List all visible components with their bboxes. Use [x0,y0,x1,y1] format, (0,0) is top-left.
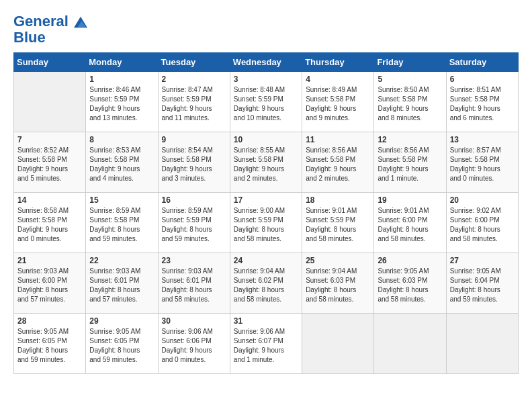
day-info: Sunrise: 8:56 AM Sunset: 5:58 PM Dayligh… [378,146,442,183]
calendar-cell: 20Sunrise: 9:02 AM Sunset: 6:00 PM Dayli… [446,193,518,253]
day-info: Sunrise: 8:53 AM Sunset: 5:58 PM Dayligh… [89,146,154,183]
calendar-cell [446,314,518,374]
calendar-cell: 19Sunrise: 9:01 AM Sunset: 6:00 PM Dayli… [374,193,446,253]
week-row-1: 1Sunrise: 8:46 AM Sunset: 5:59 PM Daylig… [14,72,519,132]
day-number: 13 [450,135,515,144]
day-number: 1 [89,75,154,84]
page-header: General Blue [13,13,519,46]
week-row-5: 28Sunrise: 9:05 AM Sunset: 6:05 PM Dayli… [14,314,519,374]
calendar-cell: 6Sunrise: 8:51 AM Sunset: 5:58 PM Daylig… [446,72,518,132]
weekday-header-saturday: Saturday [446,53,518,72]
day-number: 20 [450,195,515,205]
calendar-cell: 11Sunrise: 8:56 AM Sunset: 5:58 PM Dayli… [302,132,374,193]
day-number: 21 [17,256,82,265]
calendar-cell: 21Sunrise: 9:03 AM Sunset: 6:00 PM Dayli… [14,253,86,314]
calendar-cell: 5Sunrise: 8:50 AM Sunset: 5:58 PM Daylig… [374,72,446,132]
calendar-cell: 17Sunrise: 9:00 AM Sunset: 5:59 PM Dayli… [230,193,302,253]
calendar-cell: 16Sunrise: 8:59 AM Sunset: 5:59 PM Dayli… [158,193,230,253]
day-number: 6 [450,75,515,84]
calendar-cell: 9Sunrise: 8:54 AM Sunset: 5:58 PM Daylig… [158,132,230,193]
day-number: 9 [162,135,226,144]
day-info: Sunrise: 8:55 AM Sunset: 5:58 PM Dayligh… [234,146,298,183]
day-info: Sunrise: 8:54 AM Sunset: 5:58 PM Dayligh… [162,146,226,183]
week-row-4: 21Sunrise: 9:03 AM Sunset: 6:00 PM Dayli… [14,253,519,314]
day-number: 25 [306,256,370,265]
week-row-2: 7Sunrise: 8:52 AM Sunset: 5:58 PM Daylig… [14,132,519,193]
day-number: 3 [234,75,298,84]
weekday-header-sunday: Sunday [14,53,86,72]
calendar-cell: 12Sunrise: 8:56 AM Sunset: 5:58 PM Dayli… [374,132,446,193]
day-info: Sunrise: 9:01 AM Sunset: 5:59 PM Dayligh… [306,206,370,244]
day-info: Sunrise: 9:05 AM Sunset: 6:05 PM Dayligh… [89,327,154,365]
calendar-cell: 7Sunrise: 8:52 AM Sunset: 5:58 PM Daylig… [14,132,86,193]
calendar-cell: 18Sunrise: 9:01 AM Sunset: 5:59 PM Dayli… [302,193,374,253]
calendar-cell: 27Sunrise: 9:05 AM Sunset: 6:04 PM Dayli… [446,253,518,314]
day-number: 27 [450,256,515,265]
day-number: 4 [306,75,370,84]
calendar-cell: 25Sunrise: 9:04 AM Sunset: 6:03 PM Dayli… [302,253,374,314]
day-info: Sunrise: 8:49 AM Sunset: 5:58 PM Dayligh… [306,85,370,123]
calendar-cell [374,314,446,374]
day-info: Sunrise: 8:51 AM Sunset: 5:58 PM Dayligh… [450,85,515,123]
calendar-cell: 31Sunrise: 9:06 AM Sunset: 6:07 PM Dayli… [230,314,302,374]
day-number: 31 [234,316,298,326]
day-number: 12 [378,135,442,144]
day-number: 18 [306,195,370,205]
day-number: 16 [162,195,226,205]
day-number: 8 [89,135,154,144]
calendar-cell: 13Sunrise: 8:57 AM Sunset: 5:58 PM Dayli… [446,132,518,193]
week-row-3: 14Sunrise: 8:58 AM Sunset: 5:58 PM Dayli… [14,193,519,253]
day-number: 14 [17,195,82,205]
day-info: Sunrise: 9:02 AM Sunset: 6:00 PM Dayligh… [450,206,515,244]
day-number: 11 [306,135,370,144]
calendar-cell: 4Sunrise: 8:49 AM Sunset: 5:58 PM Daylig… [302,72,374,132]
day-info: Sunrise: 8:48 AM Sunset: 5:59 PM Dayligh… [234,85,298,123]
day-info: Sunrise: 9:03 AM Sunset: 6:01 PM Dayligh… [162,267,226,304]
day-number: 22 [89,256,154,265]
day-info: Sunrise: 9:01 AM Sunset: 6:00 PM Dayligh… [378,206,442,244]
day-number: 29 [89,316,154,326]
weekday-header-friday: Friday [374,53,446,72]
calendar-cell: 2Sunrise: 8:47 AM Sunset: 5:59 PM Daylig… [158,72,230,132]
weekday-header-monday: Monday [86,53,158,72]
logo-line2: Blue [13,30,87,46]
calendar-cell: 28Sunrise: 9:05 AM Sunset: 6:05 PM Dayli… [14,314,86,374]
calendar-cell: 30Sunrise: 9:06 AM Sunset: 6:06 PM Dayli… [158,314,230,374]
day-number: 5 [378,75,442,84]
day-info: Sunrise: 9:05 AM Sunset: 6:05 PM Dayligh… [17,327,82,365]
day-info: Sunrise: 9:04 AM Sunset: 6:03 PM Dayligh… [306,267,370,304]
calendar-cell: 29Sunrise: 9:05 AM Sunset: 6:05 PM Dayli… [86,314,158,374]
day-number: 23 [162,256,226,265]
day-info: Sunrise: 8:57 AM Sunset: 5:58 PM Dayligh… [450,146,515,183]
calendar-cell [302,314,374,374]
day-info: Sunrise: 9:05 AM Sunset: 6:04 PM Dayligh… [450,267,515,304]
weekday-header-wednesday: Wednesday [230,53,302,72]
day-info: Sunrise: 8:50 AM Sunset: 5:58 PM Dayligh… [378,85,442,123]
day-number: 15 [89,195,154,205]
calendar-cell [14,72,86,132]
day-info: Sunrise: 9:03 AM Sunset: 6:00 PM Dayligh… [17,267,82,304]
day-info: Sunrise: 9:06 AM Sunset: 6:06 PM Dayligh… [162,327,226,365]
day-number: 10 [234,135,298,144]
calendar-cell: 1Sunrise: 8:46 AM Sunset: 5:59 PM Daylig… [86,72,158,132]
day-info: Sunrise: 8:47 AM Sunset: 5:59 PM Dayligh… [162,85,226,123]
weekday-header-row: SundayMondayTuesdayWednesdayThursdayFrid… [14,53,519,72]
calendar-cell: 24Sunrise: 9:04 AM Sunset: 6:02 PM Dayli… [230,253,302,314]
day-info: Sunrise: 8:56 AM Sunset: 5:58 PM Dayligh… [306,146,370,183]
day-info: Sunrise: 8:59 AM Sunset: 5:59 PM Dayligh… [162,206,226,244]
day-number: 2 [162,75,226,84]
day-info: Sunrise: 9:04 AM Sunset: 6:02 PM Dayligh… [234,267,298,304]
calendar-cell: 26Sunrise: 9:05 AM Sunset: 6:03 PM Dayli… [374,253,446,314]
day-number: 26 [378,256,442,265]
calendar-cell: 10Sunrise: 8:55 AM Sunset: 5:58 PM Dayli… [230,132,302,193]
day-info: Sunrise: 8:52 AM Sunset: 5:58 PM Dayligh… [17,146,82,183]
calendar-cell: 15Sunrise: 8:59 AM Sunset: 5:58 PM Dayli… [86,193,158,253]
weekday-header-tuesday: Tuesday [158,53,230,72]
day-number: 28 [17,316,82,326]
day-number: 7 [17,135,82,144]
day-number: 19 [378,195,442,205]
day-info: Sunrise: 8:59 AM Sunset: 5:58 PM Dayligh… [89,206,154,244]
calendar-cell: 14Sunrise: 8:58 AM Sunset: 5:58 PM Dayli… [14,193,86,253]
day-info: Sunrise: 9:00 AM Sunset: 5:59 PM Dayligh… [234,206,298,244]
logo-text: General [13,13,87,30]
